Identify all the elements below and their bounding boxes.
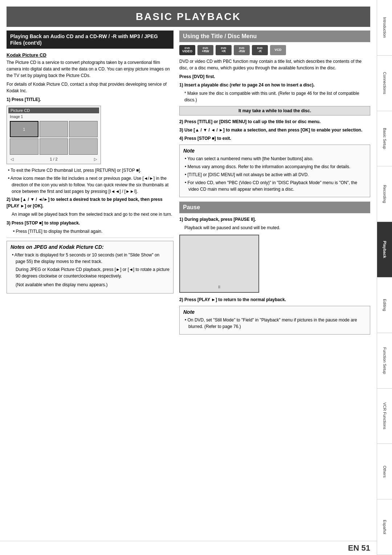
page-title: BASIC PLAYBACK — [7, 7, 370, 27]
nav-left-icon: ◁ — [11, 157, 13, 162]
jpeg-note-1: • After track is displayed for 5 seconds… — [11, 252, 170, 265]
disc-vcd-icon: VCD — [270, 45, 286, 55]
kodak-body1: The Picture CD is a service to convert p… — [7, 59, 173, 79]
bullet2: • Arrow icons mean the title list includ… — [7, 175, 173, 195]
disc-dvd-minusr-icon: DVD -R — [252, 45, 268, 55]
thumbnail-3 — [69, 121, 98, 137]
kodak-header: Kodak Picture CD — [7, 52, 173, 58]
td-step2: 2) Press [TITLE] or [DISC MENU] to call … — [179, 118, 370, 125]
disc-dvd-plusr-icon: DVD +R — [216, 45, 232, 55]
bullet1: • To exit the Picture CD thumbnail List,… — [7, 167, 173, 174]
jpeg-notes-title: Notes on JPEG and Kodak Picture CD: — [11, 244, 170, 250]
sidebar-item-vcr-functions: VCR Functions — [377, 389, 392, 444]
sidebar-item-function-setup: Function Setup — [377, 333, 392, 389]
picture-cd-image-label: Image 1 — [8, 115, 99, 119]
td-step1-note: * Make sure the disc is compatible with … — [184, 90, 370, 103]
sidebar-item-connections: Connections — [377, 56, 392, 111]
pause-step1-body: Playback will be paused and sound will b… — [184, 224, 370, 231]
left-section-header: Playing Back an Audio CD and a CD-RW / -… — [7, 31, 173, 49]
page-number: EN 51 — [348, 543, 370, 553]
title-disc-note-title: Note — [183, 148, 366, 154]
jpeg-note-3: (Not available when the display menu app… — [16, 281, 170, 288]
picture-cd-footer: ◁ 1 / 2 ▷ — [8, 156, 99, 162]
disc-dvd-video-icon: DVD VIDEO — [179, 45, 195, 55]
sidebar-item-editing: Editing — [377, 278, 392, 333]
kodak-body2: For details of Kodak Picture CD, contact… — [7, 81, 173, 94]
step2-body: An image will be played back from the se… — [12, 211, 173, 218]
step3-label: 3) Press [STOP ■] to stop playback. — [7, 220, 173, 226]
thumbnail-6 — [69, 138, 98, 155]
step1-label: 1) Press [TITLE]. — [7, 96, 173, 103]
td-note-2: • Menus vary among discs. Refer to the i… — [183, 163, 366, 170]
disc-dvd-plusrw-icon: DVD +RW — [197, 45, 213, 55]
press-dvd-first: Press [DVD] first. — [179, 73, 370, 80]
thumbnail-1: 1 — [10, 121, 38, 137]
step2-label: 2) Use [▲ / ▼ / ◄/►] to select a desired… — [7, 196, 173, 209]
td-note-4: • For video CD, when "PBC (Video CD only… — [183, 179, 366, 193]
picture-cd-header: Picture CD — [8, 108, 99, 113]
title-disc-note-box: Note • You can select a numbered menu wi… — [179, 145, 370, 197]
pause-step2: 2) Press [PLAY ►] to return to the norma… — [179, 296, 370, 303]
sidebar-item-recording: Recording — [377, 166, 392, 222]
td-note-3: • [TITLE] or [DISC MENU] will not always… — [183, 171, 366, 178]
td-step1: 1) Insert a playable disc (refer to page… — [179, 82, 370, 88]
page-footer: EN 51 — [0, 541, 377, 555]
td-step4: 4) Press [STOP ■] to exit. — [179, 135, 370, 142]
disc-icons-row: DVD VIDEO DVD +RW DVD +R DVD -RW — [179, 45, 370, 55]
pause-header: Pause — [179, 202, 370, 213]
thumbnail-5 — [40, 138, 68, 155]
jpeg-notes-box: Notes on JPEG and Kodak Picture CD: • Af… — [7, 241, 173, 293]
sidebar-item-espanol: Español — [377, 499, 392, 555]
pause-step1: 1) During playback, press [PAUSE II]. — [179, 216, 370, 223]
jpeg-note-2: During JPEG or Kodak Picture CD playback… — [16, 266, 170, 279]
picture-cd-box: Picture CD Image 1 1 ◁ 1 / 2 ▷ — [7, 106, 101, 164]
page-indicator: 1 / 2 — [50, 157, 57, 162]
title-disc-header: Using the Title / Disc Menu — [179, 31, 370, 42]
pause-indicator-symbol: II — [218, 285, 220, 289]
pause-note-box: Note • On DVD, set "Still Mode" to "Fiel… — [179, 306, 370, 335]
pause-note-title: Note — [183, 309, 366, 315]
sidebar-item-playback: Playback — [377, 222, 392, 278]
thumbnail-4 — [10, 138, 38, 155]
sidebar-item-introduction: Introduction — [377, 0, 392, 56]
thumbnail-2 — [40, 121, 68, 137]
td-step3: 3) Use [▲ / ▼ / ◄ / ►] to make a selecti… — [179, 127, 370, 133]
pause-note-1: • On DVD, set "Still Mode" to "Field" in… — [183, 317, 366, 330]
important-box: It may take a while to load the disc. — [179, 106, 370, 116]
td-note-1: • You can select a numbered menu with [t… — [183, 155, 366, 162]
nav-right-icon: ▷ — [94, 157, 97, 162]
sidebar: Introduction Connections Basic Setup Rec… — [377, 0, 392, 555]
pause-screen: II — [179, 235, 259, 293]
sidebar-item-basic-setup: Basic Setup — [377, 111, 392, 167]
disc-dvd-minusrw-icon: DVD -RW — [234, 45, 250, 55]
sidebar-item-others: Others — [377, 444, 392, 499]
thumbnail-grid: 1 — [8, 119, 99, 156]
title-disc-intro: DVD or video CD with PBC function may co… — [179, 58, 370, 71]
step3-bullet: • Press [TITLE] to display the thumbnail… — [12, 228, 173, 235]
